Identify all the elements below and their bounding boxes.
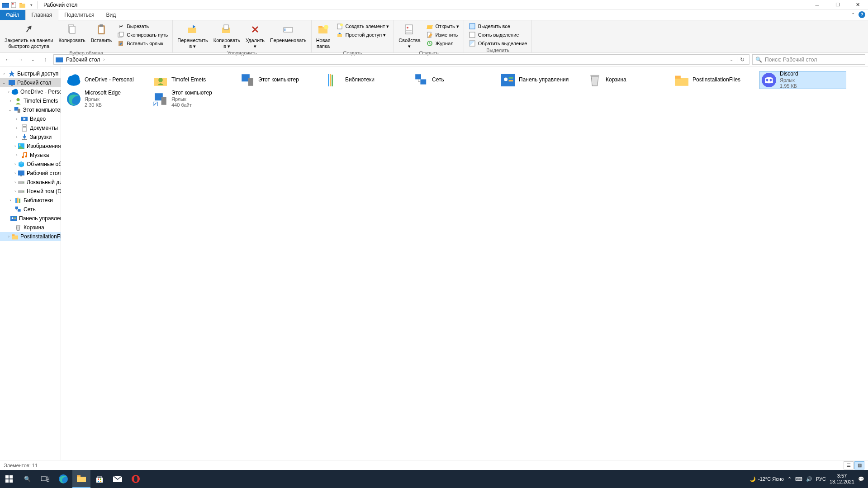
tray-language[interactable]: РУС [816, 476, 826, 482]
tray-clock[interactable]: 3:57 13.12.2021 [830, 473, 854, 485]
address-history-icon[interactable]: ⌄ [727, 57, 736, 62]
minimize-button[interactable]: ─ [807, 0, 827, 10]
tree-chevron-icon[interactable]: › [8, 90, 9, 94]
properties-button[interactable]: Свойства ▾ [397, 21, 422, 50]
taskbar-mail-button[interactable] [109, 470, 127, 488]
moveto-button[interactable]: Переместить в ▾ [175, 21, 209, 50]
tree-item-панель-управления[interactable]: Панель управления [0, 214, 61, 223]
item-timofei-emets[interactable]: Timofei Emets [152, 71, 238, 89]
tray-chevron-icon[interactable]: ⌃ [787, 476, 792, 482]
qat-properties-icon[interactable] [10, 1, 18, 9]
nav-up-button[interactable]: ↑ [41, 55, 51, 65]
taskbar-store-button[interactable] [90, 470, 109, 488]
item-этот-компьютер[interactable]: Этот компьютерЯрлык440 байт [152, 90, 238, 108]
tree-item-загрузки[interactable]: ›Загрузки [0, 133, 61, 142]
tree-item-корзина[interactable]: Корзина [0, 223, 61, 232]
pastelink-button[interactable]: Вставить ярлык [115, 39, 170, 47]
item-discord[interactable]: DiscordЯрлык1,95 КБ [759, 71, 846, 89]
history-button[interactable]: Журнал [424, 39, 461, 47]
open-button[interactable]: Открыть ▾ [424, 22, 461, 30]
tree-item-onedrive-personal[interactable]: ›OneDrive - Personal [0, 87, 61, 96]
tree-chevron-icon[interactable]: › [14, 180, 16, 185]
taskview-button[interactable] [36, 470, 54, 488]
search-input[interactable]: 🔍 Поиск: Рабочий стол [752, 54, 865, 65]
tree-chevron-icon[interactable]: › [8, 99, 13, 103]
tab-file[interactable]: Файл [0, 10, 25, 20]
item-onedrive-personal[interactable]: OneDrive - Personal [65, 71, 152, 89]
nav-back-button[interactable]: ← [3, 55, 13, 65]
tree-chevron-icon[interactable]: › [14, 144, 16, 148]
selectnone-button[interactable]: Снять выделение [467, 31, 529, 39]
cut-button[interactable]: ✂Вырезать [115, 22, 170, 30]
tree-item-сеть[interactable]: Сеть [0, 205, 61, 214]
easyaccess-button[interactable]: Простой доступ ▾ [334, 31, 391, 39]
item-библиотеки[interactable]: Библиотеки [325, 71, 412, 89]
taskbar-opera-button[interactable] [127, 470, 145, 488]
close-button[interactable]: ✕ [848, 0, 868, 10]
paste-button[interactable]: Вставить [89, 21, 114, 44]
tab-home[interactable]: Главная [25, 9, 59, 20]
taskbar-edge-button[interactable] [54, 470, 72, 488]
tree-item-документы[interactable]: ›Документы [0, 123, 61, 133]
tab-view[interactable]: Вид [100, 10, 122, 20]
tree-chevron-icon[interactable]: ⌄ [2, 81, 6, 85]
nav-forward-button[interactable]: → [15, 55, 25, 65]
address-bar[interactable]: Рабочий стол › ⌄ ↻ [53, 54, 749, 65]
maximize-button[interactable]: ☐ [827, 0, 848, 10]
item-postinstallationfiles[interactable]: PostinstallationFiles [673, 71, 759, 89]
tree-item-музыка[interactable]: ›Музыка [0, 151, 61, 160]
nav-tree[interactable]: ›Быстрый доступ⌄Рабочий стол›OneDrive - … [0, 66, 61, 460]
pin-quickaccess-button[interactable]: Закрепить на панели быстрого доступа [3, 21, 55, 50]
weather-widget[interactable]: 🌙-12°C Ясно [749, 476, 784, 482]
copyto-button[interactable]: Копировать в ▾ [212, 21, 242, 50]
qat-newfolder-icon[interactable] [19, 1, 26, 9]
start-button[interactable] [0, 470, 18, 488]
tray-notifications-icon[interactable]: 💬 [858, 476, 864, 482]
edit-button[interactable]: Изменить [424, 31, 461, 39]
delete-button[interactable]: Удалить ▾ [244, 21, 266, 50]
tree-chevron-icon[interactable]: › [14, 162, 16, 166]
item-microsoft-edge[interactable]: Microsoft EdgeЯрлык2,30 КБ [65, 90, 152, 108]
selectall-button[interactable]: Выделить все [467, 22, 529, 30]
ribbon-collapse-icon[interactable]: ⌃ [851, 12, 855, 17]
copy-button[interactable]: Копировать [57, 21, 87, 44]
tree-chevron-icon[interactable]: › [2, 71, 6, 76]
tab-share[interactable]: Поделиться [58, 10, 100, 20]
newitem-button[interactable]: Создать элемент ▾ [334, 22, 391, 30]
view-tiles-button[interactable]: ▦ [854, 461, 864, 469]
tree-chevron-icon[interactable]: › [14, 171, 16, 175]
copypath-button[interactable]: Скопировать путь [115, 31, 170, 39]
item-сеть[interactable]: Сеть [412, 71, 499, 89]
breadcrumb-chevron-icon[interactable]: › [103, 57, 104, 62]
items-view[interactable]: OneDrive - PersonalTimofei EmetsЭтот ком… [61, 66, 868, 460]
tree-chevron-icon[interactable]: › [8, 234, 9, 239]
tree-item-timofei-emets[interactable]: ›Timofei Emets [0, 96, 61, 105]
item-корзина[interactable]: Корзина [586, 71, 673, 89]
tree-item-новый-том-d-[interactable]: ›Новый том (D:) [0, 187, 61, 196]
invertselect-button[interactable]: Обратить выделение [467, 39, 529, 47]
tree-item-рабочий-стол[interactable]: ›Рабочий стол [0, 169, 61, 178]
tree-chevron-icon[interactable]: › [14, 117, 19, 121]
rename-button[interactable]: Переименовать [268, 21, 308, 44]
view-details-button[interactable]: ☰ [844, 461, 854, 469]
tree-item-postinstallationfiles[interactable]: ›PostinstallationFiles [0, 232, 61, 241]
tray-volume-icon[interactable]: 🔊 [806, 476, 812, 482]
newfolder-button[interactable]: Новая папка [314, 21, 332, 50]
tray-keyboard-icon[interactable]: ⌨ [795, 476, 802, 482]
tree-chevron-icon[interactable]: › [8, 198, 13, 203]
breadcrumb-segment[interactable]: Рабочий стол [65, 56, 101, 63]
nav-recent-button[interactable]: ⌄ [28, 55, 38, 65]
tree-chevron-icon[interactable]: ⌄ [8, 108, 12, 112]
item-панель-управления[interactable]: Панель управления [499, 71, 586, 89]
qat-dropdown-icon[interactable]: ▾ [28, 1, 35, 9]
refresh-button[interactable]: ↻ [737, 57, 747, 63]
tree-chevron-icon[interactable]: › [14, 126, 19, 130]
help-icon[interactable]: ? [859, 11, 865, 18]
taskbar-explorer-button[interactable] [72, 470, 90, 488]
tree-chevron-icon[interactable]: › [14, 189, 16, 194]
item-этот-компьютер[interactable]: Этот компьютер [238, 71, 325, 89]
tree-item-библиотеки[interactable]: ›Библиотеки [0, 196, 61, 205]
tree-item-этот-компьютер[interactable]: ⌄Этот компьютер [0, 105, 61, 114]
tree-item-рабочий-стол[interactable]: ⌄Рабочий стол [0, 78, 61, 87]
tree-item-изображения[interactable]: ›Изображения [0, 142, 61, 151]
